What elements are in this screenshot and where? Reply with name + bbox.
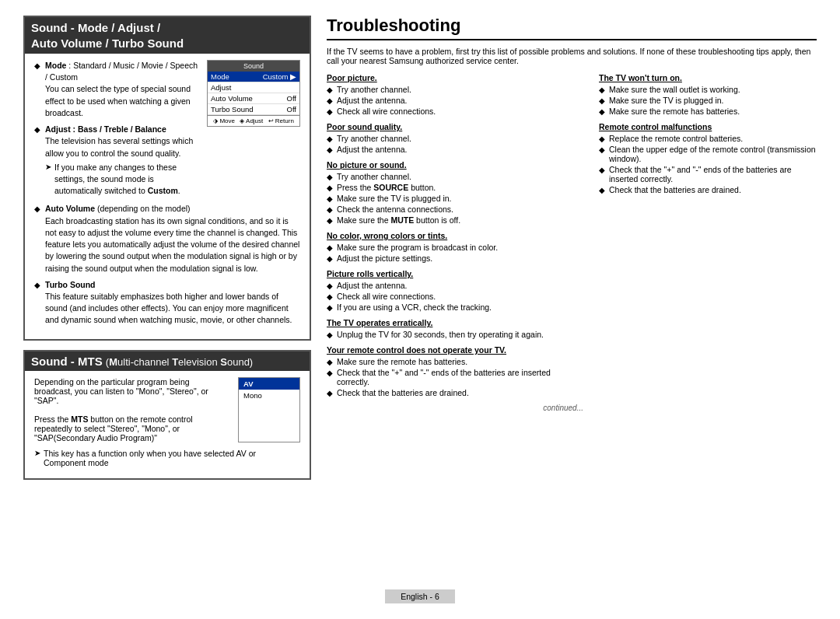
diamond-icon: ◆ xyxy=(327,216,333,225)
mts-section-title: Sound - MTS (Multi-channel Television So… xyxy=(31,355,253,368)
adjust-note: ➤ If you make any changes to these setti… xyxy=(45,162,201,198)
diamond-icon: ◆ xyxy=(599,96,605,105)
picture-rolls: Picture rolls vertically. ◆Adjust the an… xyxy=(327,269,583,312)
diamond-icon: ◆ xyxy=(34,280,40,292)
diamond-icon: ◆ xyxy=(34,124,40,136)
tv-menu-row-autovolume: Auto VolumeOff xyxy=(208,93,299,104)
remote-not-work: Your remote control does not operate you… xyxy=(327,345,583,397)
no-color: No color, wrong colors or tints. ◆Make s… xyxy=(327,231,583,263)
diamond-icon: ◆ xyxy=(327,184,333,192)
diamond-icon: ◆ xyxy=(599,86,605,94)
diamond-icon: ◆ xyxy=(327,96,333,105)
diamond-icon: ◆ xyxy=(327,194,333,203)
trouble-left: Poor picture. ◆Try another channel. ◆Adj… xyxy=(327,73,583,412)
diamond-icon: ◆ xyxy=(327,86,333,94)
mode-item: ◆ Mode : Standard / Music / Movie / Spee… xyxy=(34,60,201,119)
diamond-icon: ◆ xyxy=(327,358,333,366)
page: Sound - Mode / Adjust / Auto Volume / Tu… xyxy=(0,0,840,619)
diamond-icon: ◆ xyxy=(327,145,333,154)
diamond-icon: ◆ xyxy=(327,107,333,116)
trouble-columns: Poor picture. ◆Try another channel. ◆Adj… xyxy=(327,73,817,412)
troubleshoot-intro: If the TV seems to have a problem, first… xyxy=(327,47,817,65)
tv-menu-row-turbo: Turbo SoundOff xyxy=(208,104,299,115)
diamond-icon: ◆ xyxy=(327,135,333,143)
tv-menu-footer: ⬗ Move ◈ Adjust ↩ Return xyxy=(208,115,299,126)
diamond-icon: ◆ xyxy=(327,254,333,263)
av-row2: Mono xyxy=(239,390,299,401)
remote-malfunction: Remote control malfunctions ◆Replace the… xyxy=(599,122,817,194)
troubleshoot-title: Troubleshooting xyxy=(327,16,817,40)
diamond-icon: ◆ xyxy=(327,389,333,397)
diamond-icon: ◆ xyxy=(327,303,333,312)
sound-section: Sound - Mode / Adjust / Auto Volume / Tu… xyxy=(23,16,311,341)
diamond-icon: ◆ xyxy=(327,292,333,301)
trouble-right: The TV won't turn on. ◆Make sure the wal… xyxy=(599,73,817,412)
footer: English - 6 xyxy=(23,589,817,603)
no-picture-sound: No picture or sound. ◆Try another channe… xyxy=(327,160,583,225)
poor-sound: Poor sound quality. ◆Try another channel… xyxy=(327,122,583,154)
tv-menu-row-mode: ModeCustom ▶ xyxy=(208,72,299,82)
continued: continued... xyxy=(327,404,583,412)
adjust-item: ◆ Adjust : Bass / Treble / Balance The t… xyxy=(34,124,201,198)
poor-picture: Poor picture. ◆Try another channel. ◆Adj… xyxy=(327,73,583,116)
diamond-icon: ◆ xyxy=(599,107,605,116)
diamond-icon: ◆ xyxy=(327,330,333,339)
mts-note: ➤ This key has a function only when you … xyxy=(34,449,300,467)
mts-description: Depending on the particular program bein… xyxy=(34,377,226,405)
diamond-icon: ◆ xyxy=(327,369,333,377)
tv-erratic: The TV operates erratically. ◆Unplug the… xyxy=(327,318,583,339)
autovolume-item: ◆ Auto Volume (depending on the model)Ea… xyxy=(34,203,300,274)
diamond-icon: ◆ xyxy=(599,186,605,194)
diamond-icon: ◆ xyxy=(327,205,333,214)
diamond-icon: ◆ xyxy=(34,204,40,215)
diamond-icon: ◆ xyxy=(599,135,605,143)
troubleshooting-section: Troubleshooting If the TV seems to have … xyxy=(327,16,817,582)
mts-content: Depending on the particular program bein… xyxy=(34,377,300,442)
tv-menu: Sound ModeCustom ▶ Adjust Auto VolumeOff… xyxy=(207,60,300,127)
diamond-icon: ◆ xyxy=(599,145,605,154)
diamond-icon: ◆ xyxy=(327,282,333,290)
mts-section: Sound - MTS (Multi-channel Television So… xyxy=(23,350,311,480)
turbosound-item: ◆ Turbo Sound This feature suitably emph… xyxy=(34,279,300,327)
diamond-icon: ◆ xyxy=(34,61,40,72)
diamond-icon: ◆ xyxy=(327,243,333,252)
av-row1: AV xyxy=(239,378,299,390)
left-column: Sound - Mode / Adjust / Auto Volume / Tu… xyxy=(23,16,311,582)
main-content: Sound - Mode / Adjust / Auto Volume / Tu… xyxy=(23,16,817,582)
diamond-icon: ◆ xyxy=(327,173,333,181)
sound-section-title: Sound - Mode / Adjust / Auto Volume / Tu… xyxy=(31,21,184,50)
diamond-icon: ◆ xyxy=(599,166,605,174)
mts-description2: Press the MTS button on the remote contr… xyxy=(34,414,226,442)
tv-menu-header: Sound xyxy=(208,61,299,72)
tv-wont-turn-on: The TV won't turn on. ◆Make sure the wal… xyxy=(599,73,817,116)
footer-label: English - 6 xyxy=(385,589,455,603)
av-menu: AV Mono xyxy=(238,377,300,442)
tv-menu-row-adjust: Adjust xyxy=(208,82,299,93)
